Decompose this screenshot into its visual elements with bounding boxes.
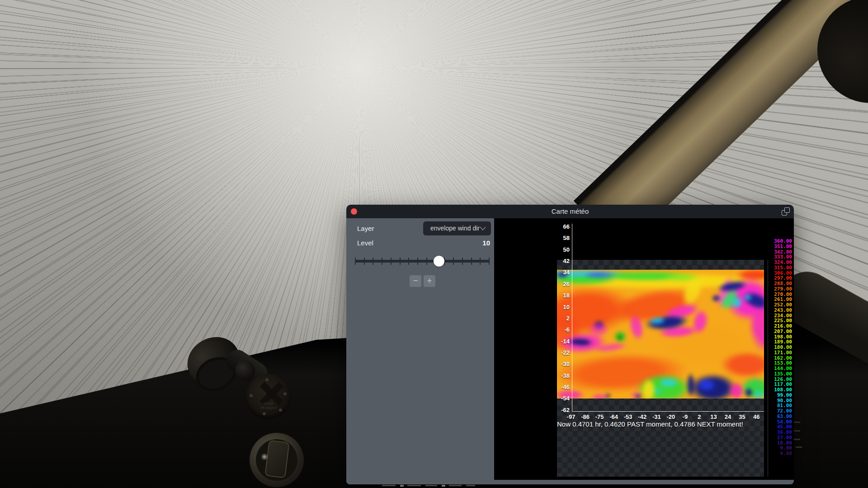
- level-slider[interactable]: [355, 260, 490, 263]
- slider-tick: [471, 258, 472, 265]
- map-blob: [743, 294, 752, 300]
- scale-value-label: 351.00: [760, 244, 792, 249]
- screw-icon: [263, 412, 266, 415]
- level-label: Level: [357, 239, 373, 247]
- scale-value-label: 315.00: [760, 265, 792, 271]
- level-value: 10: [482, 239, 490, 247]
- chevron-down-icon: [480, 226, 486, 230]
- map-blob: [745, 388, 753, 398]
- mount-joint: [235, 361, 255, 380]
- scale-value-label: 243.00: [760, 308, 792, 313]
- scale-value-label: 207.00: [760, 329, 792, 334]
- map-blob: [659, 378, 679, 388]
- map-blob: [605, 394, 611, 398]
- layer-dropdown-value: envelope wind dir: [430, 225, 480, 232]
- map-blob: [635, 394, 642, 399]
- mount-plate-text: VR magnet: [245, 406, 291, 409]
- lat-tick-label: 18: [550, 292, 570, 299]
- wind-direction-field: [557, 270, 764, 399]
- level-decrease-button[interactable]: −: [410, 275, 421, 287]
- map-blob: [698, 379, 716, 391]
- slider-tick: [453, 258, 454, 265]
- scale-value-label: 0.00: [760, 451, 792, 456]
- xplane-screen: xPad VR magnet Carte météo Layer: [0, 0, 868, 488]
- lat-tick-label: -6: [550, 326, 570, 333]
- lat-tick-label: -62: [550, 407, 570, 413]
- longitude-axis-line: [572, 411, 764, 412]
- scale-value-label: 99.00: [760, 393, 792, 398]
- map-blob: [617, 335, 623, 340]
- map-blob: [720, 351, 764, 378]
- scale-value-label: 171.00: [760, 350, 792, 356]
- slider-tick: [426, 258, 427, 265]
- slider-tick: [364, 258, 365, 265]
- instrument-markings: [382, 485, 500, 487]
- scale-value-label: 279.00: [760, 286, 792, 292]
- slider-tick: [489, 258, 490, 265]
- air-vent-flap: [264, 440, 289, 478]
- map-blob: [588, 322, 609, 337]
- switch-panel-marking: [794, 430, 800, 432]
- controls-panel: Layer envelope wind dir Level 10 − +: [346, 218, 494, 484]
- slider-tick: [382, 258, 382, 265]
- slider-tick: [355, 258, 356, 265]
- slider-tick: [391, 258, 392, 265]
- weather-map-canvas[interactable]: [557, 270, 764, 399]
- layer-dropdown[interactable]: envelope wind dir: [423, 221, 491, 235]
- lat-tick-label: 26: [550, 281, 570, 287]
- slider-tick: [408, 258, 409, 265]
- map-blob: [642, 378, 656, 399]
- level-slider-handle[interactable]: [434, 256, 444, 267]
- mount-plate-text: xPad: [245, 401, 291, 406]
- slider-tick: [400, 258, 401, 265]
- screw-icon: [250, 394, 253, 397]
- lat-tick-label: -22: [550, 349, 570, 356]
- lat-tick-label: -38: [550, 372, 570, 379]
- lat-tick-label: -46: [550, 384, 570, 390]
- lat-tick-label: -54: [550, 395, 570, 402]
- lat-tick-label: -14: [550, 338, 570, 345]
- lat-tick-label: 50: [550, 246, 570, 253]
- scale-value-label: 135.00: [760, 371, 792, 377]
- switch-panel-marking: [794, 422, 800, 423]
- lat-tick-label: -30: [550, 361, 570, 367]
- latitude-axis-line: [572, 224, 572, 411]
- layer-label: Layer: [357, 225, 374, 232]
- xpad-mount-plate: xPad VR magnet: [245, 374, 291, 419]
- time-status-text: Now 0.4701 hr, 0.4620 PAST moment, 0.478…: [557, 420, 743, 428]
- screw-icon: [283, 392, 287, 395]
- vent-highlight: [262, 455, 267, 459]
- window-title: Carte météo: [346, 207, 794, 215]
- lat-tick-label: 34: [550, 269, 570, 276]
- map-blob: [712, 295, 721, 302]
- window-body: Layer envelope wind dir Level 10 − +: [346, 218, 794, 484]
- switch-panel-marking: [794, 439, 800, 440]
- window-titlebar[interactable]: Carte météo: [346, 205, 794, 218]
- window-bottom-edge: [346, 480, 794, 484]
- slider-tick: [480, 258, 481, 265]
- air-vent: [250, 433, 304, 487]
- lat-tick-label: 66: [550, 223, 570, 230]
- slider-tick: [462, 258, 463, 265]
- scale-value-label: 27.00: [760, 435, 792, 441]
- scale-value-label: 63.00: [760, 414, 792, 419]
- level-increase-button[interactable]: +: [424, 275, 435, 287]
- switch-panel-marking: [796, 446, 802, 448]
- slider-tick: [373, 258, 373, 265]
- lat-tick-label: 42: [550, 258, 570, 264]
- weather-map-window: Carte météo Layer envelope wind dir Leve…: [346, 205, 794, 484]
- lat-tick-label: 2: [550, 315, 570, 322]
- pop-out-icon[interactable]: [782, 207, 790, 216]
- lat-tick-label: 58: [550, 235, 570, 241]
- lat-tick-label: 10: [550, 304, 570, 310]
- slider-tick: [417, 258, 418, 265]
- screw-icon: [265, 378, 269, 381]
